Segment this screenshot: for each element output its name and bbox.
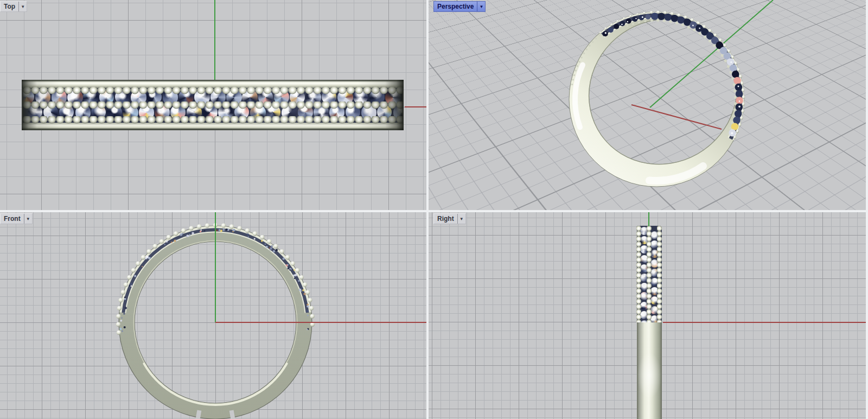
bead-column: [657, 226, 662, 322]
viewport-title-text: Right: [434, 214, 457, 224]
front-vertical-axis-line: [215, 212, 216, 322]
band-right-cap: [385, 80, 404, 130]
band-left-cap: [22, 80, 37, 130]
bead-row: [23, 116, 403, 125]
ring-right-view[interactable]: [637, 226, 662, 419]
gem-channel: [602, 15, 741, 139]
bead-row: [23, 87, 403, 96]
viewport-title-text: Perspective: [434, 2, 477, 11]
top-horizontal-axis-line: [405, 106, 426, 107]
ring-perspective-view[interactable]: [429, 0, 866, 210]
viewport-title-front[interactable]: Front ▼: [0, 213, 33, 224]
viewport-menu-arrow-icon[interactable]: ▼: [18, 2, 27, 11]
ring-front-view[interactable]: [0, 212, 426, 419]
right-horizontal-axis-line: [663, 322, 866, 323]
cad-app-window: Top ▼: [0, 0, 868, 419]
right-vertical-axis-line: [648, 212, 649, 226]
viewport-menu-arrow-icon[interactable]: ▼: [457, 214, 465, 224]
viewport-menu-arrow-icon[interactable]: ▼: [24, 214, 32, 224]
viewport-title-right[interactable]: Right ▼: [433, 213, 466, 224]
bead-column: [636, 226, 642, 322]
bead-column: [647, 226, 652, 322]
top-vertical-axis-line: [214, 0, 215, 80]
pave-strip: [602, 15, 741, 139]
viewport-front[interactable]: Front ▼: [0, 212, 426, 419]
perspective-gems: [571, 11, 745, 139]
viewport-top[interactable]: Top ▼: [0, 0, 426, 210]
viewport-title-perspective[interactable]: Perspective ▼: [433, 1, 486, 12]
viewport-title-text: Front: [1, 214, 24, 224]
viewport-title-text: Top: [1, 2, 18, 11]
viewport-menu-arrow-icon[interactable]: ▼: [477, 2, 485, 11]
bead-row: [23, 101, 403, 110]
viewport-title-top[interactable]: Top ▼: [0, 1, 27, 12]
front-horizontal-axis-line: [215, 322, 426, 323]
perspective-red-axis: [631, 105, 722, 129]
viewport-perspective[interactable]: Perspective ▼: [429, 0, 866, 210]
ring-side-view[interactable]: [22, 80, 404, 130]
band-shading: [637, 322, 662, 419]
viewport-right[interactable]: Right ▼: [429, 212, 866, 419]
